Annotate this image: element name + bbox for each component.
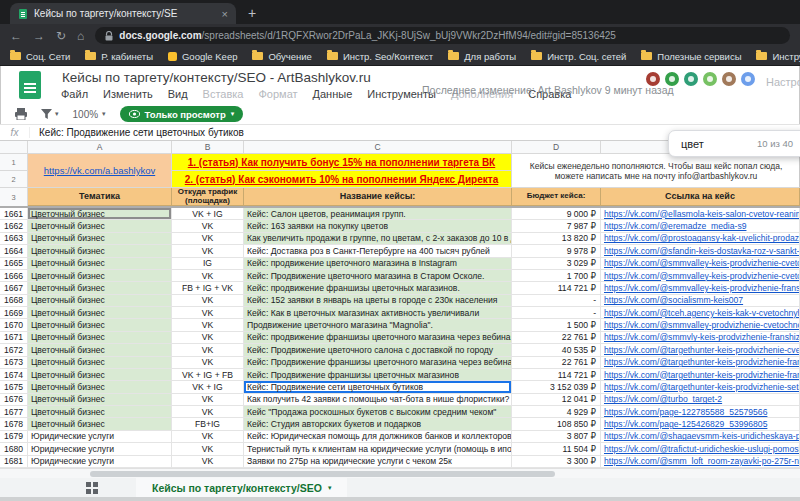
cell-source[interactable]: VK xyxy=(172,332,244,344)
cell-source[interactable]: VK xyxy=(172,357,244,369)
row-number[interactable]: 1677 xyxy=(0,406,28,418)
row-number[interactable]: 1665 xyxy=(0,258,28,270)
case-link[interactable]: https://vk.com/@turbo_target-2 xyxy=(604,394,722,404)
all-sheets-icon[interactable] xyxy=(86,482,98,494)
case-link[interactable]: https://vk.com/@prostoagansy-kak-uvelich… xyxy=(604,233,800,243)
cell-link[interactable]: https://vk.com/@smmvalley-keis-prodvizhe… xyxy=(601,258,800,270)
cell-link[interactable]: https://vk.com/@shagaevsmm-keis-uridiche… xyxy=(601,431,800,443)
cell-source[interactable]: VK xyxy=(172,295,244,307)
case-link[interactable]: https://vk.com/@sfandin-keis-dostavka-ro… xyxy=(604,246,800,256)
menu-item[interactable]: Вид xyxy=(168,88,188,100)
row-number[interactable]: 1673 xyxy=(0,357,28,369)
cell-budget[interactable]: 9 000 ₽ xyxy=(512,208,601,220)
cell-title[interactable]: Кейс: Студия авторских букетов и подарко… xyxy=(244,418,512,430)
find-input[interactable]: цвет xyxy=(681,138,704,150)
reload-icon[interactable]: ↻ xyxy=(56,30,66,42)
column-header-b[interactable]: B xyxy=(172,141,244,153)
cell-budget[interactable]: 114 721 ₽ xyxy=(512,282,601,294)
row-number[interactable]: 1674 xyxy=(0,369,28,381)
cell-title[interactable]: Тернистый путь к клиентам на юридические… xyxy=(244,443,512,455)
cell-source[interactable]: FB + IG + VK xyxy=(172,282,244,294)
cell-link[interactable]: https://vk.com/@prostoagansy-kak-uvelich… xyxy=(601,233,800,245)
cell-title[interactable]: Как увеличить продажи в группе, по цвета… xyxy=(244,233,512,245)
share-button[interactable]: Настро xyxy=(766,76,800,88)
row-number[interactable]: 1670 xyxy=(0,319,28,331)
cell-budget[interactable]: 3 029 ₽ xyxy=(512,258,601,270)
header-source[interactable]: Откуда трафик (площадка) xyxy=(172,188,244,206)
row-number[interactable]: 1667 xyxy=(0,282,28,294)
cell-theme[interactable]: Юридические услуги xyxy=(28,456,172,468)
row-number[interactable]: 1671 xyxy=(0,332,28,344)
bookmark-item[interactable]: Р. кабинеты xyxy=(85,51,153,62)
header-title[interactable]: Название кейсы: xyxy=(244,188,512,206)
url-omnibox[interactable]: docs.google.com/spreadsheets/d/1RQFXRwor… xyxy=(95,27,790,44)
row-number[interactable]: 1679 xyxy=(0,431,28,443)
row-number[interactable]: 1668 xyxy=(0,295,28,307)
case-link[interactable]: https://vk.com/@eremadze_media-s9 xyxy=(604,221,746,231)
viewer-avatar[interactable] xyxy=(644,70,662,88)
cell-theme[interactable]: Цветочный бизнес xyxy=(28,307,172,319)
cell-source[interactable]: VK + IG + FB xyxy=(172,369,244,381)
menu-item[interactable]: Файл xyxy=(61,88,88,100)
cell-source[interactable]: VK xyxy=(172,394,244,406)
author-link[interactable]: https://vk.com/a.bashlykov xyxy=(44,165,155,176)
cell-link[interactable]: https://vk.com/@trafictut-uridicheskie-u… xyxy=(601,443,800,455)
cell-source[interactable]: VK xyxy=(172,406,244,418)
cell-link[interactable]: https://vk.com/@turbo_target-2 xyxy=(601,394,800,406)
cell-link[interactable]: https://vk.com/page-125426829_53996805 xyxy=(601,418,800,430)
cell-theme[interactable]: Юридические услуги xyxy=(28,443,172,455)
bookmark-item[interactable]: Соц. Сети xyxy=(10,51,70,62)
row-number[interactable]: 3 xyxy=(0,188,28,206)
viewer-avatar[interactable] xyxy=(739,70,757,88)
cell-link[interactable]: https://vk.com/@eremadze_media-s9 xyxy=(601,220,800,232)
cell-source[interactable]: VK + IG xyxy=(172,381,244,393)
cell-title[interactable]: Как получить 42 заявки с помощью чат-бот… xyxy=(244,394,512,406)
cell-source[interactable]: VK xyxy=(172,245,244,257)
cell-title[interactable]: Кейс: 163 заявки на покупку цветов xyxy=(244,220,512,232)
article-link-1[interactable]: 1. (статья) Как получить бонус 15% на по… xyxy=(172,154,512,171)
cell-source[interactable]: VK xyxy=(172,344,244,356)
cell-title[interactable]: Кейс: продвижение франшизы цветочных маг… xyxy=(244,282,512,294)
forward-icon[interactable]: → xyxy=(33,30,45,42)
case-link[interactable]: https://vk.com/@socialismm-keis007 xyxy=(604,295,743,305)
cell-theme[interactable]: Цветочный бизнес xyxy=(28,357,172,369)
cell-title[interactable]: Кейс: Продвижение франшизы цветочного ма… xyxy=(244,357,512,369)
case-link[interactable]: https://vk.com/page-125426829_53996805 xyxy=(604,419,767,429)
cell-budget[interactable]: - xyxy=(512,307,601,319)
browser-tab[interactable]: Кейсы по таргету/контексту/SE × xyxy=(10,3,236,24)
filter-control[interactable]: ▾ xyxy=(41,109,59,119)
cell-link[interactable]: https://vk.com/@smmvalley-keis-prodvizhe… xyxy=(601,270,800,282)
header-theme[interactable]: Тематика xyxy=(28,188,172,206)
zoom-select[interactable]: 100% ▾ xyxy=(73,109,106,120)
cell-budget[interactable]: - xyxy=(512,295,601,307)
cell-theme[interactable]: Цветочный бизнес xyxy=(28,369,172,381)
cell-theme[interactable]: Цветочный бизнес xyxy=(28,220,172,232)
cell-theme[interactable]: Цветочный бизнес xyxy=(28,245,172,257)
bookmark-item[interactable]: Для работы xyxy=(448,51,516,62)
cell-theme[interactable]: Цветочный бизнес xyxy=(28,282,172,294)
cell-theme[interactable]: Юридические услуги xyxy=(28,431,172,443)
case-link[interactable]: https://vk.com/@targethunter-keis-prodvi… xyxy=(604,370,800,380)
cell-theme[interactable]: Цветочный бизнес xyxy=(28,233,172,245)
cell-title[interactable]: Кейс: Продвижение сети цветочных бутиков xyxy=(244,381,512,393)
cell-link[interactable]: https://vk.com/@tceh.agency-keis-kak-v-c… xyxy=(601,307,800,319)
header-budget[interactable]: Бюджет кейса: xyxy=(512,188,601,206)
cell-title[interactable]: Кейс: 152 заявки в январь на цветы в гор… xyxy=(244,295,512,307)
cell-budget[interactable]: 11 504 ₽ xyxy=(512,443,601,455)
cell-title[interactable]: Кейс: Как в цветочных магазинах активнос… xyxy=(244,307,512,319)
tab-close-icon[interactable]: × xyxy=(222,8,228,20)
case-link[interactable]: https://vk.com/@targethunter-keis-prodvi… xyxy=(604,345,800,355)
bookmark-item[interactable]: Инструменты CPA xyxy=(756,51,800,62)
bookmark-item[interactable]: Обучение xyxy=(252,51,311,62)
column-header-d[interactable]: D xyxy=(512,141,601,153)
row-number[interactable]: 1676 xyxy=(0,394,28,406)
cell-link[interactable]: https://vk.com/@socialismm-keis007 xyxy=(601,295,800,307)
row-number[interactable]: 1681 xyxy=(0,456,28,468)
back-icon[interactable]: ← xyxy=(10,30,22,42)
case-link[interactable]: https://vk.com/@shagaevsmm-keis-uridiche… xyxy=(604,431,800,441)
scrollbar-thumb[interactable] xyxy=(90,471,555,477)
viewer-avatar[interactable] xyxy=(682,70,700,88)
cell-theme[interactable]: Цветочный бизнес xyxy=(28,270,172,282)
cell-title[interactable]: Кейс: Продвижение франшизы цветочных маг… xyxy=(244,369,512,381)
cell-title[interactable]: Кейс "Продажа роскошных букетов с высоки… xyxy=(244,406,512,418)
